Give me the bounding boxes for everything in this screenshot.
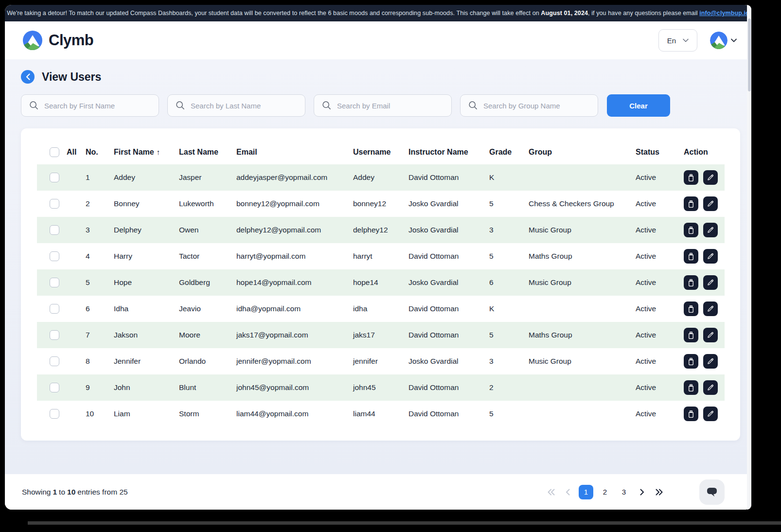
previous-page-button[interactable] — [562, 485, 574, 499]
last-page-button[interactable] — [653, 485, 665, 499]
row-checkbox[interactable] — [50, 199, 59, 209]
cell-status: Active — [636, 199, 684, 208]
account-menu[interactable] — [710, 32, 737, 49]
trash-icon — [687, 305, 695, 313]
cell-username: jaks17 — [353, 331, 408, 339]
table-row: 5 Hope Goldberg hope14@yopmail.com hope1… — [37, 269, 725, 296]
column-first-name[interactable]: First Name↑ — [114, 148, 179, 157]
search-first-name-field — [21, 94, 159, 117]
cell-email: john45@yopmail.com — [236, 383, 353, 392]
edit-user-button[interactable] — [703, 328, 718, 342]
chevron-left-icon — [26, 73, 30, 80]
edit-user-button[interactable] — [703, 170, 718, 185]
cell-username: harryt — [353, 252, 408, 261]
chat-widget-button[interactable] — [699, 479, 725, 505]
column-group: Group — [529, 148, 636, 157]
cell-status: Active — [636, 409, 684, 418]
search-last-name-input[interactable] — [167, 94, 305, 117]
scrollbar-thumb[interactable] — [748, 18, 751, 91]
search-group-input[interactable] — [460, 94, 598, 117]
cell-last-name: Orlando — [179, 357, 236, 366]
cell-group: Maths Group — [529, 252, 636, 261]
delete-user-button[interactable] — [684, 196, 698, 211]
pencil-icon — [707, 200, 714, 208]
cell-last-name: Blunt — [179, 383, 236, 392]
search-filters: Clear — [21, 94, 740, 117]
page-1-button[interactable]: 1 — [579, 485, 593, 499]
column-instructor: Instructor Name — [408, 148, 489, 157]
sort-ascending-icon: ↑ — [157, 148, 160, 156]
cell-grade: 6 — [489, 278, 529, 287]
edit-user-button[interactable] — [703, 249, 718, 264]
chevron-down-icon — [683, 38, 689, 42]
row-checkbox[interactable] — [50, 278, 59, 287]
trash-icon — [687, 252, 695, 261]
first-page-button[interactable] — [545, 485, 557, 499]
pencil-icon — [707, 226, 714, 234]
vertical-scrollbar[interactable] — [747, 5, 751, 510]
next-page-button[interactable] — [636, 485, 648, 499]
edit-user-button[interactable] — [703, 223, 718, 237]
cell-username: idha — [353, 304, 408, 313]
row-checkbox[interactable] — [50, 251, 59, 261]
back-button[interactable] — [21, 70, 35, 84]
column-no: No. — [86, 148, 114, 157]
language-selector[interactable]: En — [658, 29, 697, 52]
delete-user-button[interactable] — [684, 354, 698, 369]
double-chevron-left-icon — [547, 489, 555, 496]
cell-first-name: Harry — [114, 252, 179, 261]
edit-user-button[interactable] — [703, 407, 718, 421]
page-3-button[interactable]: 3 — [617, 485, 631, 499]
select-all-checkbox[interactable] — [50, 147, 59, 157]
cell-last-name: Goldberg — [179, 278, 236, 287]
search-email-input[interactable] — [314, 94, 452, 117]
cell-instructor: Josko Gvardial — [408, 357, 489, 366]
cell-email: addeyjasper@yopmail.com — [236, 173, 353, 182]
row-checkbox[interactable] — [50, 304, 59, 314]
cell-instructor: Josko Gvardial — [408, 199, 489, 208]
edit-user-button[interactable] — [703, 275, 718, 290]
cell-instructor: David Ottoman — [408, 409, 489, 418]
column-status: Status — [636, 148, 684, 157]
delete-user-button[interactable] — [684, 380, 698, 395]
row-checkbox[interactable] — [50, 383, 59, 392]
trash-icon — [687, 200, 695, 208]
app-window: We're taking a detour! To match our upda… — [5, 5, 751, 510]
edit-user-button[interactable] — [703, 380, 718, 395]
cell-instructor: David Ottoman — [408, 173, 489, 182]
delete-user-button[interactable] — [684, 170, 698, 185]
edit-user-button[interactable] — [703, 301, 718, 316]
cell-email: liam44@yopmail.com — [236, 409, 353, 418]
row-checkbox[interactable] — [50, 173, 59, 182]
cell-username: jennifer — [353, 357, 408, 366]
delete-user-button[interactable] — [684, 223, 698, 237]
table-row: 1 Addey Jasper addeyjasper@yopmail.com A… — [37, 164, 725, 191]
pencil-icon — [707, 252, 714, 260]
page-2-button[interactable]: 2 — [598, 485, 612, 499]
row-checkbox[interactable] — [50, 225, 59, 235]
edit-user-button[interactable] — [703, 196, 718, 211]
row-checkbox[interactable] — [50, 330, 59, 340]
delete-user-button[interactable] — [684, 328, 698, 342]
delete-user-button[interactable] — [684, 275, 698, 290]
delete-user-button[interactable] — [684, 301, 698, 316]
entries-to: 10 — [67, 488, 75, 497]
delete-user-button[interactable] — [684, 407, 698, 421]
table-row: 2 Bonney Lukeworth bonney12@yopmail.com … — [37, 191, 725, 217]
row-checkbox[interactable] — [50, 409, 59, 419]
table-row: 4 Harry Tactor harryt@yopmail.com harryt… — [37, 243, 725, 269]
edit-user-button[interactable] — [703, 354, 718, 369]
trash-icon — [687, 357, 695, 366]
cell-email: hope14@yopmail.com — [236, 278, 353, 287]
search-first-name-input[interactable] — [21, 94, 159, 117]
clear-button[interactable]: Clear — [607, 94, 670, 117]
cell-grade: 2 — [489, 383, 529, 392]
entries-from: 1 — [53, 488, 57, 497]
cell-first-name: Addey — [114, 173, 179, 182]
banner-email-link[interactable]: info@clymbup.io — [699, 10, 749, 17]
delete-user-button[interactable] — [684, 249, 698, 264]
cell-last-name: Storm — [179, 409, 236, 418]
cell-grade: 5 — [489, 409, 529, 418]
row-checkbox[interactable] — [50, 356, 59, 366]
cell-username: delphey12 — [353, 226, 408, 234]
